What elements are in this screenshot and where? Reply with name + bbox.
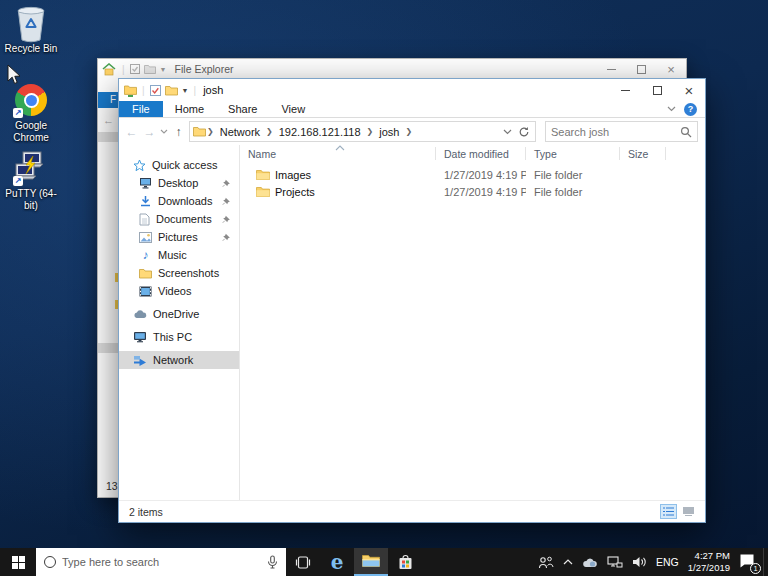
background-window-title: File Explorer	[175, 63, 234, 75]
ribbon-tabs: File Home Share View ?	[119, 101, 705, 118]
language-indicator[interactable]: ENG	[656, 556, 679, 568]
search-box[interactable]	[545, 121, 698, 142]
expand-ribbon-icon[interactable]	[667, 106, 676, 112]
pin-icon[interactable]	[222, 232, 231, 242]
details-view-button[interactable]	[660, 504, 677, 519]
maximize-button[interactable]	[626, 59, 656, 79]
sidebar-item-documents[interactable]: Documents	[119, 210, 239, 228]
new-folder-button-icon[interactable]	[165, 85, 178, 96]
background-window-titlebar[interactable]: | ▼ File Explorer ×	[98, 59, 686, 79]
clock-time: 4:27 PM	[688, 550, 730, 562]
qat-customize-icon[interactable]: ▼	[182, 87, 189, 94]
pin-icon[interactable]	[222, 214, 231, 224]
computer-icon	[133, 331, 147, 343]
refresh-icon[interactable]	[518, 126, 530, 138]
quick-access-home-icon	[102, 63, 116, 76]
sidebar-item-desktop[interactable]: Desktop	[119, 174, 239, 192]
new-folder-button-icon[interactable]	[144, 64, 156, 74]
titlebar[interactable]: | ▼ | josh ×	[119, 79, 705, 101]
close-button[interactable]: ×	[673, 79, 705, 101]
sidebar-item-screenshots[interactable]: Screenshots	[119, 264, 239, 282]
people-icon[interactable]	[538, 556, 554, 569]
show-desktop-button[interactable]	[763, 548, 768, 576]
column-size[interactable]: Size	[620, 147, 666, 160]
search-icon[interactable]	[680, 126, 692, 138]
tab-view[interactable]: View	[269, 101, 317, 117]
address-box[interactable]: ❯ Network ❯ 192.168.121.118 ❯ josh ❯	[189, 121, 536, 142]
background-status-text: 13	[106, 480, 118, 492]
qat-customize-icon[interactable]: ▼	[160, 66, 167, 73]
breadcrumb-chevron-icon[interactable]: ❯	[366, 127, 375, 136]
breadcrumb-josh[interactable]: josh	[374, 126, 404, 138]
start-button[interactable]	[0, 548, 36, 576]
taskbar-search-input[interactable]	[62, 556, 261, 568]
pin-icon[interactable]	[222, 178, 231, 188]
sidebar-item-network[interactable]: Network	[119, 351, 239, 369]
pin-icon[interactable]	[222, 196, 231, 206]
help-icon[interactable]: ?	[684, 103, 697, 116]
recent-locations-icon[interactable]	[160, 129, 168, 134]
sidebar-item-onedrive[interactable]: OneDrive	[119, 305, 239, 323]
sidebar-item-downloads[interactable]: Downloads	[119, 192, 239, 210]
column-headers: Name Date modified Type Size	[240, 145, 705, 162]
microphone-icon[interactable]	[267, 555, 278, 569]
file-explorer-button[interactable]	[354, 548, 388, 576]
network-tray-icon[interactable]	[607, 556, 623, 569]
tab-file[interactable]: File	[119, 101, 163, 117]
sidebar-item-quick-access[interactable]: Quick access	[119, 156, 239, 174]
star-icon	[133, 159, 146, 172]
onedrive-tray-icon[interactable]	[582, 557, 598, 568]
minimize-button[interactable]	[596, 59, 626, 79]
edge-button[interactable]: e	[320, 548, 354, 576]
search-input[interactable]	[551, 126, 680, 138]
recycle-bin-icon	[13, 5, 49, 41]
maximize-button[interactable]	[641, 79, 673, 101]
tab-home[interactable]: Home	[163, 101, 216, 117]
close-button[interactable]: ×	[656, 59, 686, 79]
breadcrumb-chevron-icon[interactable]: ❯	[404, 127, 413, 136]
background-back-icon[interactable]: ←	[103, 114, 114, 126]
up-icon[interactable]: ↑	[171, 125, 186, 139]
store-icon	[398, 554, 413, 570]
sidebar-item-pictures[interactable]: Pictures	[119, 228, 239, 246]
task-view-button[interactable]	[286, 548, 320, 576]
forward-icon[interactable]: →	[142, 125, 157, 139]
background-selection-fragment	[98, 132, 119, 142]
taskbar-search[interactable]	[36, 548, 286, 576]
properties-button-icon[interactable]	[150, 85, 161, 96]
desktop-icon-putty[interactable]: ↗ PuTTY (64-bit)	[0, 150, 62, 211]
minimize-button[interactable]	[609, 79, 641, 101]
address-dropdown-icon[interactable]	[503, 129, 512, 135]
sidebar-item-videos[interactable]: Videos	[119, 282, 239, 300]
status-bar: 2 items	[119, 500, 705, 522]
hidden-icons-chevron-icon[interactable]	[563, 559, 573, 565]
large-icons-view-icon	[683, 507, 694, 516]
window-title: josh	[203, 84, 223, 96]
large-icons-view-button[interactable]	[680, 504, 697, 519]
breadcrumb-network[interactable]: Network	[215, 126, 265, 138]
column-date-modified[interactable]: Date modified	[436, 147, 526, 160]
store-button[interactable]	[388, 548, 422, 576]
sidebar-item-music[interactable]: ♪ Music	[119, 246, 239, 264]
background-file-tab-fragment[interactable]: F	[98, 92, 119, 108]
file-row-images[interactable]: Images 1/27/2019 4:19 PM File folder	[240, 167, 705, 183]
sort-ascending-icon[interactable]	[335, 145, 345, 151]
window-icon	[124, 84, 137, 97]
file-row-projects[interactable]: Projects 1/27/2019 4:19 PM File folder	[240, 184, 705, 200]
column-type[interactable]: Type	[526, 147, 620, 160]
desktop-icon-label: PuTTY (64-bit)	[3, 188, 59, 211]
breadcrumb-chevron-icon[interactable]: ❯	[206, 127, 215, 136]
desktop-icon-recycle-bin[interactable]: Recycle Bin	[0, 5, 62, 55]
breadcrumb-chevron-icon[interactable]: ❯	[265, 127, 274, 136]
action-center-button[interactable]: 1	[739, 553, 757, 571]
breadcrumb-host[interactable]: 192.168.121.118	[274, 126, 366, 138]
back-icon[interactable]: ←	[124, 125, 139, 139]
clock[interactable]: 4:27 PM 1/27/2019	[688, 550, 730, 574]
system-tray: ENG 4:27 PM 1/27/2019 1	[538, 550, 763, 574]
volume-icon[interactable]	[632, 556, 647, 568]
properties-button-icon[interactable]	[130, 64, 140, 74]
desktop-icon-google-chrome[interactable]: ↗ Google Chrome	[0, 82, 62, 143]
tab-share[interactable]: Share	[216, 101, 269, 117]
folder-icon	[139, 268, 152, 279]
sidebar-item-this-pc[interactable]: This PC	[119, 328, 239, 346]
